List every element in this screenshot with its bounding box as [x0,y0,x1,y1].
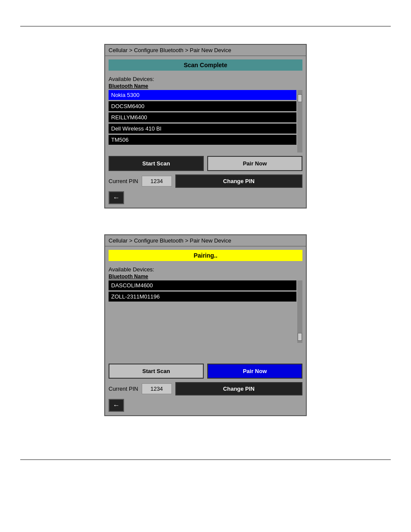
panel1-device-list-container: Nokia 5300 DOCSM6400 REILLYM6400 Dell Wi… [109,90,302,152]
panel1-pin-label: Current PIN [109,178,138,184]
panel2-back-row: ← [109,399,302,412]
panel1-bluetooth-header: Bluetooth Name [105,82,306,90]
list-item[interactable]: Dell Wireless 410 Bl [109,124,296,134]
panel2-title: Cellular > Configure Bluetooth > Pair Ne… [105,235,306,246]
panel2-scrollbar-thumb[interactable] [298,333,302,341]
panel-pairing: Cellular > Configure Bluetooth > Pair Ne… [104,234,307,416]
panel2-scrollbar[interactable] [297,280,302,343]
panel2-pin-input[interactable] [142,383,172,394]
panel2-change-pin-button[interactable]: Change PIN [175,382,302,395]
panel2-status: Pairing.. [109,250,302,261]
list-item[interactable]: REILLYM6400 [109,112,296,122]
list-item[interactable]: TM506 [109,135,296,145]
panel1-status: Scan Complete [109,59,302,71]
list-item[interactable]: ZOLL-2311M01196 [109,292,296,302]
panel1-title: Cellular > Configure Bluetooth > Pair Ne… [105,45,306,56]
panel1-back-row: ← [109,191,302,204]
panel1-pin-row: Current PIN Change PIN [109,174,302,188]
pair-now-button[interactable]: Pair Now [207,156,302,171]
panel2-pin-label: Current PIN [109,386,138,392]
panel1-button-row: Start Scan Pair Now [109,156,302,171]
panel1-scrollbar[interactable] [297,90,302,152]
panel1-change-pin-button[interactable]: Change PIN [175,174,302,188]
panel2-device-list: DASCOLIM4600 ZOLL-2311M01196 [109,280,296,302]
start-scan-button[interactable]: Start Scan [109,156,204,171]
start-scan-button-2[interactable]: Start Scan [109,364,204,379]
panel2-bluetooth-header: Bluetooth Name [105,273,306,280]
panel2-available-label: Available Devices: [105,264,306,273]
panel2-back-button[interactable]: ← [109,399,124,412]
panel2-spacer [105,343,306,360]
panel2-button-row: Start Scan Pair Now [109,364,302,379]
page-container: Cellular > Configure Bluetooth > Pair Ne… [0,0,411,532]
bottom-divider [20,459,391,460]
panel1-back-button[interactable]: ← [109,191,124,204]
panel1-device-list: Nokia 5300 DOCSM6400 REILLYM6400 Dell Wi… [109,90,296,145]
list-item[interactable]: DOCSM6400 [109,101,296,111]
pair-now-button-2[interactable]: Pair Now [207,364,302,379]
list-item[interactable]: Nokia 5300 [109,90,296,100]
panel2-pin-row: Current PIN Change PIN [109,382,302,395]
panel2-device-list-container: DASCOLIM4600 ZOLL-2311M01196 [109,280,302,343]
panel1-available-label: Available Devices: [105,74,306,82]
panel1-pin-input[interactable] [142,176,172,187]
top-divider [20,26,391,27]
list-item[interactable]: DASCOLIM4600 [109,280,296,290]
panel-scan-complete: Cellular > Configure Bluetooth > Pair Ne… [104,44,307,208]
panel1-scrollbar-thumb[interactable] [298,94,302,102]
